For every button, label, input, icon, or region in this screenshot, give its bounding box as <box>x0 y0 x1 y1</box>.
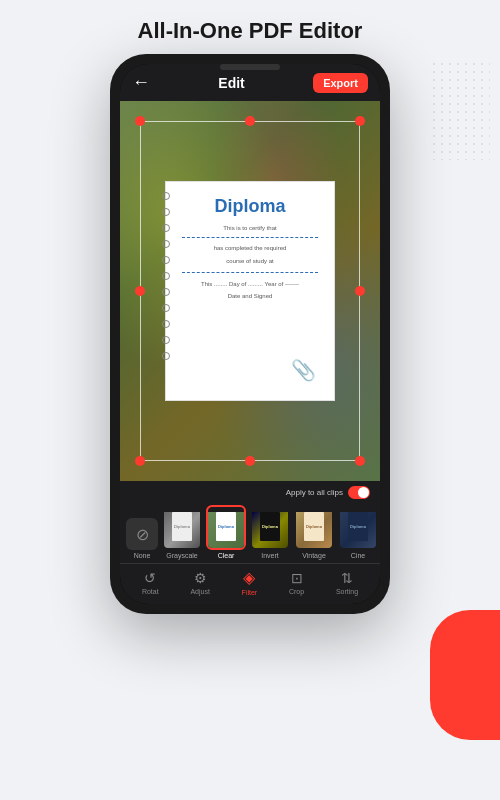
filter-item-grayscale[interactable]: Diploma Grayscale <box>162 505 202 559</box>
diploma-line4: This ........ Day of ......... Year of -… <box>201 281 299 287</box>
filter-item-vintage[interactable]: Diploma Vintage <box>294 505 334 559</box>
tool-sorting[interactable]: ⇅ Sorting <box>336 570 358 595</box>
vintage-preview: Diploma <box>296 512 332 550</box>
diploma-line5: Date and Signed <box>228 293 273 299</box>
filter-icon: ◈ <box>243 568 255 587</box>
crop-label: Crop <box>289 588 304 595</box>
filter-label-none: None <box>134 552 151 559</box>
filter-item-none[interactable]: ⊘ None <box>126 518 158 559</box>
filter-thumb-none: ⊘ <box>126 518 158 550</box>
filter-item-invert[interactable]: Diploma Invert <box>250 505 290 559</box>
toolbar: ↺ Rotat ⚙ Adjust ◈ Filter ⊡ Crop <box>120 563 380 604</box>
sorting-icon: ⇅ <box>341 570 353 586</box>
apply-toggle[interactable] <box>348 486 370 499</box>
filter-thumb-vintage: Diploma <box>294 505 334 550</box>
bg-decoration-dots <box>430 60 490 160</box>
filter-row: ⊘ None Diploma Graysc <box>120 502 380 563</box>
toggle-knob <box>358 487 369 498</box>
filter-item-clear[interactable]: Diploma Clear <box>206 505 246 559</box>
diploma-dashed2 <box>182 272 319 273</box>
diploma-line3: course of study at <box>226 257 273 266</box>
diploma-document: Diploma This is to certify that has comp… <box>165 181 335 401</box>
clip-icon: 📎 <box>291 358 316 382</box>
none-icon: ⊘ <box>136 525 149 544</box>
phone-notch <box>220 64 280 70</box>
apply-row: Apply to all clips <box>120 481 380 502</box>
tool-crop[interactable]: ⊡ Crop <box>289 570 304 595</box>
adjust-icon: ⚙ <box>194 570 207 586</box>
diploma-line2: has completed the required <box>214 244 287 253</box>
page-title: All-In-One PDF Editor <box>118 0 383 54</box>
diploma-title: Diploma <box>214 196 285 217</box>
spiral-binding <box>162 192 170 372</box>
bottom-panel: Apply to all clips ⊘ None <box>120 481 380 604</box>
filter-label-clear: Clear <box>218 552 235 559</box>
phone-screen: ← Edit Export <box>120 64 380 604</box>
adjust-label: Adjust <box>190 588 209 595</box>
invert-preview: Diploma <box>252 512 288 550</box>
tool-filter[interactable]: ◈ Filter <box>242 568 258 596</box>
rotate-icon: ↺ <box>144 570 156 586</box>
phone-frame: ← Edit Export <box>110 54 390 614</box>
diploma-dashed1 <box>182 237 319 238</box>
filter-thumb-grayscale: Diploma <box>162 505 202 550</box>
canvas-area: Diploma This is to certify that has comp… <box>120 101 380 481</box>
crop-icon: ⊡ <box>291 570 303 586</box>
filter-label-invert: Invert <box>261 552 279 559</box>
clear-preview: Diploma <box>208 512 244 550</box>
filter-label-grayscale: Grayscale <box>166 552 198 559</box>
filter-thumb-invert: Diploma <box>250 505 290 550</box>
filter-thumb-cine: Diploma <box>338 505 378 550</box>
diploma-line1: This is to certify that <box>223 225 276 231</box>
filter-item-cine[interactable]: Diploma Cine <box>338 505 378 559</box>
bg-decoration-red <box>430 610 500 740</box>
page-wrapper: All-In-One PDF Editor ← Edit Export <box>0 0 500 800</box>
grayscale-preview: Diploma <box>164 512 200 550</box>
tool-adjust[interactable]: ⚙ Adjust <box>190 570 209 595</box>
filter-label-toolbar: Filter <box>242 589 258 596</box>
cine-preview: Diploma <box>340 512 376 550</box>
filter-label-vintage: Vintage <box>302 552 326 559</box>
tool-rotate[interactable]: ↺ Rotat <box>142 570 159 595</box>
sorting-label: Sorting <box>336 588 358 595</box>
back-button[interactable]: ← <box>132 72 150 93</box>
rotate-label: Rotat <box>142 588 159 595</box>
export-button[interactable]: Export <box>313 73 368 93</box>
filter-thumb-clear: Diploma <box>206 505 246 550</box>
edit-title: Edit <box>218 75 244 91</box>
apply-label: Apply to all clips <box>286 488 343 497</box>
filter-label-cine: Cine <box>351 552 365 559</box>
